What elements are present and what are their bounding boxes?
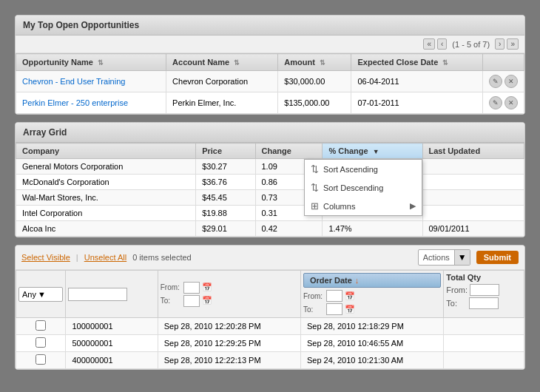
sort-icon-close-date: ⇅: [442, 59, 448, 67]
filter-header-row: Any ▼ From: 📅: [16, 271, 524, 318]
last-page-button[interactable]: »: [507, 38, 519, 50]
col-header-company[interactable]: Company: [16, 143, 196, 159]
opportunities-title: My Top Open Opportunities: [16, 16, 524, 36]
date-shipped-from-input[interactable]: [183, 282, 200, 294]
table-row: Intel Corporation $19.88 0.31 1.58%: [16, 206, 524, 221]
edit-icon[interactable]: ✎: [489, 75, 502, 88]
date-shipped-to-input[interactable]: [183, 295, 200, 307]
total-qty-cell: [444, 335, 524, 352]
date-shipped-cell: Sep 28, 2010 12:20:28 PM: [158, 318, 300, 335]
shipment-no-filter-input[interactable]: [68, 288, 127, 301]
col-header-change[interactable]: Change: [255, 143, 323, 159]
row-checkbox[interactable]: [36, 337, 46, 348]
col-header-opp-name[interactable]: Opportunity Name ⇅: [16, 54, 166, 71]
calendar-icon-dateship-from[interactable]: 📅: [202, 283, 212, 292]
order-date-to-input[interactable]: [326, 303, 342, 315]
order-date-filter: From: 📅 To: 📅: [303, 290, 441, 315]
sort-desc-icon: ⇅: [311, 182, 319, 193]
delete-icon[interactable]: ✕: [504, 75, 518, 88]
unselect-all-link[interactable]: Unselect All: [84, 253, 126, 262]
company-cell: Wal-Mart Stores, Inc.: [16, 190, 196, 206]
order-date-header[interactable]: Order Date ↓: [303, 273, 441, 288]
account-name-cell: Chevron Corporation: [166, 71, 278, 92]
amount-cell: $30,000.00: [278, 71, 351, 92]
table-row: 400000001 Sep 28, 2010 12:22:13 PM Sep 2…: [16, 352, 524, 369]
to-label-dateship: To:: [161, 297, 181, 305]
date-shipped-filter: From: 📅 To: 📅: [161, 282, 298, 307]
actions-arrow-icon[interactable]: ▼: [454, 250, 470, 265]
calendar-icon-orderdate-to[interactable]: 📅: [345, 305, 355, 314]
account-name-cell: Perkin Elmer, Inc.: [166, 92, 278, 114]
actions-label: Actions: [419, 253, 454, 262]
menu-item-sort-desc[interactable]: ⇅ Sort Descending: [305, 178, 422, 197]
order-date-from-input[interactable]: [326, 290, 342, 302]
array-grid-title: Array Grid: [16, 123, 524, 143]
sort-icon-account-name: ⇅: [234, 59, 240, 67]
to-label-orderdate: To:: [303, 305, 324, 314]
prev-page-button[interactable]: ‹: [437, 38, 447, 50]
table-row: 100000001 Sep 28, 2010 12:20:28 PM Sep 2…: [16, 318, 524, 335]
company-cell: General Motors Corporation: [16, 159, 196, 175]
row-checkbox[interactable]: [36, 320, 46, 331]
columns-icon: ⊞: [311, 200, 319, 212]
row-checkbox-cell[interactable]: [16, 335, 66, 352]
col-header-close-date[interactable]: Expected Close Date ⇅: [351, 54, 483, 71]
close-date-cell: 06-04-2011: [351, 71, 483, 92]
next-page-button[interactable]: ›: [495, 38, 504, 50]
total-qty-from-input[interactable]: [470, 284, 499, 296]
total-qty-col-header: Total Qty: [446, 273, 481, 282]
table-row: Alcoa Inc $29.01 0.42 1.47% 09/01/2011: [16, 221, 524, 237]
change-cell: 0.42: [255, 221, 323, 237]
any-arrow-icon: ▼: [38, 290, 46, 299]
row-checkbox[interactable]: [36, 354, 46, 365]
table-row: 500000001 Sep 28, 2010 12:29:25 PM Sep 2…: [16, 335, 524, 352]
from-label-dateship: From:: [161, 283, 181, 291]
col-header-last-updated[interactable]: Last Updated: [422, 143, 524, 159]
sort-arrow-pct-change: ▼: [373, 148, 379, 155]
price-cell: $36.76: [196, 175, 255, 190]
col-header-price[interactable]: Price: [196, 143, 255, 159]
shipments-table: Any ▼ From: 📅: [16, 270, 524, 369]
menu-item-sort-asc[interactable]: ⇅ Sort Ascending: [305, 160, 422, 178]
company-cell: McDonald's Corporation: [16, 175, 196, 190]
table-row: General Motors Corporation $30.27 1.09 3…: [16, 159, 524, 175]
calendar-icon-dateship-to[interactable]: 📅: [202, 296, 212, 305]
calendar-icon-orderdate-from[interactable]: 📅: [345, 291, 355, 301]
date-shipped-cell: Sep 28, 2010 12:22:13 PM: [158, 352, 300, 369]
first-page-button[interactable]: «: [423, 38, 435, 50]
order-date-cell: Sep 24, 2010 10:21:30 AM: [300, 352, 443, 369]
total-qty-to-input[interactable]: [469, 297, 499, 309]
shipments-toolbar: Select Visible | Unselect All 0 items se…: [16, 246, 524, 270]
actions-dropdown[interactable]: Actions ▼: [418, 249, 470, 266]
submit-button[interactable]: Submit: [476, 251, 519, 264]
last-updated-cell: [422, 175, 524, 190]
order-date-sort-icon: ↓: [355, 276, 360, 285]
col-header-amount[interactable]: Amount ⇅: [278, 54, 351, 71]
sort-icon-opp-name: ⇅: [98, 59, 104, 67]
price-cell: $45.45: [196, 190, 255, 206]
items-selected-label: 0 items selected: [132, 253, 412, 262]
price-cell: $19.88: [196, 206, 255, 221]
row-checkbox-cell[interactable]: [16, 352, 66, 369]
menu-item-columns[interactable]: ⊞ Columns ▶: [305, 197, 422, 215]
total-qty-cell: [444, 352, 524, 369]
opp-name-link[interactable]: Chevron - End User Training: [22, 77, 125, 86]
any-dropdown[interactable]: Any ▼: [18, 287, 63, 302]
opportunities-panel: My Top Open Opportunities « ‹ (1 - 5 of …: [15, 15, 525, 115]
shipments-panel: Select Visible | Unselect All 0 items se…: [15, 245, 525, 370]
price-cell: $30.27: [196, 159, 255, 175]
date-shipped-cell: Sep 28, 2010 12:29:25 PM: [158, 335, 300, 352]
grid-wrapper: Company Price Change % Change ▼ Last Upd…: [16, 143, 524, 237]
edit-icon[interactable]: ✎: [489, 96, 502, 109]
order-date-cell: Sep 28, 2010 10:46:55 AM: [300, 335, 443, 352]
col-header-pct-change[interactable]: % Change ▼: [323, 143, 422, 159]
total-qty-cell: [444, 318, 524, 335]
select-visible-link[interactable]: Select Visible: [21, 253, 70, 262]
sort-icon-amount: ⇅: [320, 59, 325, 67]
opp-name-link[interactable]: Perkin Elmer - 250 enterprise: [22, 98, 128, 107]
col-header-account-name[interactable]: Account Name ⇅: [166, 54, 278, 71]
amount-cell: $135,000.00: [278, 92, 351, 114]
delete-icon[interactable]: ✕: [504, 96, 518, 109]
company-cell: Intel Corporation: [16, 206, 196, 221]
row-checkbox-cell[interactable]: [16, 318, 66, 335]
